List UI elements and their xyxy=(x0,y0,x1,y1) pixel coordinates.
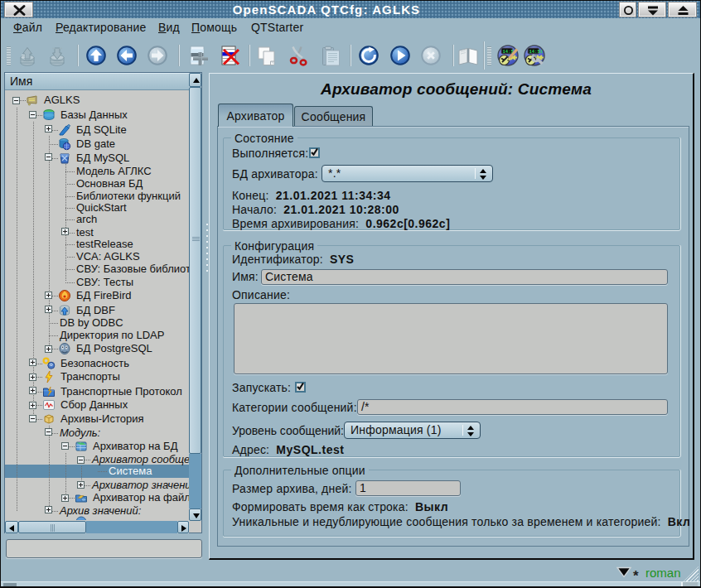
svg-text:14:51: 14:51 xyxy=(529,49,544,55)
